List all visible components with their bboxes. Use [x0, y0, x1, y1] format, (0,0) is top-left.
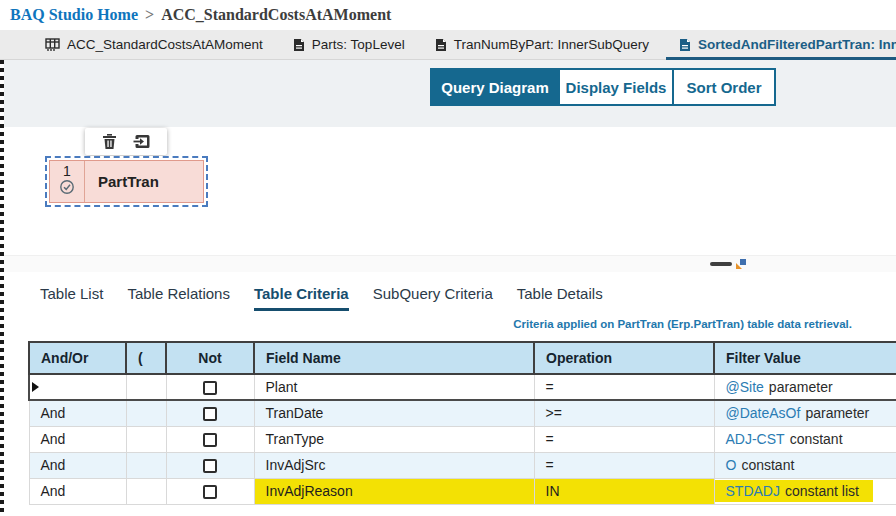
filter-value-cell[interactable]: @DateAsOfparameter [714, 400, 896, 426]
tab-label: ACC_StandardCostsAtAMoment [67, 37, 263, 52]
paren-cell[interactable] [126, 426, 166, 452]
tab-acc-standardcostsatamoment[interactable]: ACC_StandardCostsAtAMoment [30, 30, 278, 59]
display-fields-button[interactable]: Display Fields [558, 68, 674, 106]
tab-parts-toplevel[interactable]: Parts: TopLevel [278, 30, 420, 59]
criteria-row[interactable]: And InvAdjSrc = Oconstant [29, 452, 896, 478]
not-cell [166, 400, 254, 426]
field-name-cell[interactable]: Plant [254, 374, 534, 400]
tab-table-relations[interactable]: Table Relations [127, 285, 230, 311]
parttran-node[interactable]: 1 PartTran [45, 156, 208, 207]
criteria-grid: And/Or ( Not Field Name Operation Filter… [28, 341, 896, 505]
sort-order-button[interactable]: Sort Order [672, 68, 776, 106]
filter-value-cell[interactable]: STDADJconstant list [714, 478, 896, 504]
operation-cell[interactable]: = [534, 374, 714, 400]
splitter-cursor-icon [736, 259, 746, 269]
tab-label: Parts: TopLevel [312, 37, 405, 52]
filter-value-cell[interactable]: ADJ-CSTconstant [714, 426, 896, 452]
check-circle-icon [59, 179, 75, 199]
tab-table-criteria[interactable]: Table Criteria [254, 285, 349, 311]
breadcrumb-home-link[interactable]: BAQ Studio Home [10, 6, 138, 23]
subquery-document-icon [293, 38, 305, 52]
not-checkbox[interactable] [203, 407, 217, 421]
breadcrumb-current: ACC_StandardCostsAtAMoment [161, 6, 391, 23]
criteria-row[interactable]: And TranType = ADJ-CSTconstant [29, 426, 896, 452]
not-cell [166, 478, 254, 504]
criteria-row[interactable]: Plant = @Siteparameter [29, 374, 896, 400]
tab-table-list[interactable]: Table List [40, 285, 103, 311]
tab-subquery-criteria[interactable]: SubQuery Criteria [373, 285, 493, 311]
col-header-field-name: Field Name [254, 342, 534, 374]
andor-cell[interactable]: And [29, 426, 126, 452]
not-checkbox[interactable] [203, 381, 217, 395]
criteria-row-highlighted[interactable]: And InvAdjReason IN STDADJconstant list [29, 478, 896, 504]
not-checkbox[interactable] [203, 485, 217, 499]
paren-cell[interactable] [126, 400, 166, 426]
not-cell [166, 426, 254, 452]
node-label: PartTran [85, 173, 159, 190]
query-diagram-button[interactable]: Query Diagram [430, 68, 560, 106]
node-toolbar [85, 128, 167, 155]
operation-cell[interactable]: >= [534, 400, 714, 426]
criteria-row[interactable]: And TranDate >= @DateAsOfparameter [29, 400, 896, 426]
col-header-open-paren: ( [126, 342, 166, 374]
criteria-note: Criteria applied on PartTran (Erp.PartTr… [513, 318, 852, 330]
panel-splitter [0, 255, 896, 272]
filter-value-cell[interactable]: @Siteparameter [714, 374, 896, 400]
parttran-node-body: 1 PartTran [49, 160, 204, 203]
subquery-document-icon [679, 38, 691, 52]
query-tab-strip: ACC_StandardCostsAtAMoment Parts: TopLev… [0, 30, 896, 60]
not-checkbox[interactable] [203, 433, 217, 447]
col-header-andor: And/Or [29, 342, 126, 374]
operation-cell[interactable]: IN [534, 478, 714, 504]
view-switcher: Query Diagram Display Fields Sort Order [430, 68, 776, 106]
field-name-cell[interactable]: TranDate [254, 400, 534, 426]
baq-studio-window: BAQ Studio Home>ACC_StandardCostsAtAMome… [0, 0, 896, 516]
move-to-subquery-icon[interactable] [133, 134, 150, 149]
tab-table-details[interactable]: Table Details [517, 285, 603, 311]
not-cell [166, 374, 254, 400]
node-sequence: 1 [63, 163, 71, 179]
detail-tab-bar: Table List Table Relations Table Criteri… [40, 285, 603, 311]
andor-cell[interactable]: And [29, 452, 126, 478]
tab-label: SortedAndFilteredPartTran: InnerSubQuery [698, 37, 896, 52]
paren-cell[interactable] [126, 374, 166, 400]
query-diagram-canvas[interactable]: 1 PartTran [0, 127, 896, 255]
andor-cell[interactable]: And [29, 478, 126, 504]
node-sequence-panel: 1 [50, 161, 85, 202]
table-grid-icon [45, 38, 60, 51]
tab-trannumbypart-innersubquery[interactable]: TranNumByPart: InnerSubQuery [420, 30, 664, 59]
andor-cell[interactable]: And [29, 400, 126, 426]
view-switcher-panel: Query Diagram Display Fields Sort Order [0, 60, 896, 127]
table-detail-panel: Table List Table Relations Table Criteri… [0, 272, 896, 516]
paren-cell[interactable] [126, 478, 166, 504]
operation-cell[interactable]: = [534, 426, 714, 452]
subquery-document-icon [435, 38, 447, 52]
splitter-handle[interactable] [710, 262, 732, 266]
breadcrumb: BAQ Studio Home>ACC_StandardCostsAtAMome… [0, 0, 896, 30]
col-header-filter-value: Filter Value [714, 342, 896, 374]
trash-icon[interactable] [102, 133, 117, 150]
field-name-cell[interactable]: TranType [254, 426, 534, 452]
filter-value-cell[interactable]: Oconstant [714, 452, 896, 478]
col-header-not: Not [166, 342, 254, 374]
grid-header-row: And/Or ( Not Field Name Operation Filter… [29, 342, 896, 374]
current-row-marker-icon [32, 382, 39, 392]
col-header-operation: Operation [534, 342, 714, 374]
field-name-cell[interactable]: InvAdjSrc [254, 452, 534, 478]
tab-label: TranNumByPart: InnerSubQuery [454, 37, 649, 52]
field-name-cell[interactable]: InvAdjReason [254, 478, 534, 504]
paren-cell[interactable] [126, 452, 166, 478]
not-checkbox[interactable] [203, 459, 217, 473]
operation-cell[interactable]: = [534, 452, 714, 478]
tab-sortedandfilteredparttran-innersubquery[interactable]: SortedAndFilteredPartTran: InnerSubQuery [664, 30, 896, 59]
not-cell [166, 452, 254, 478]
andor-cell[interactable] [29, 374, 126, 400]
breadcrumb-separator: > [145, 6, 154, 23]
selection-marquee [0, 60, 4, 516]
